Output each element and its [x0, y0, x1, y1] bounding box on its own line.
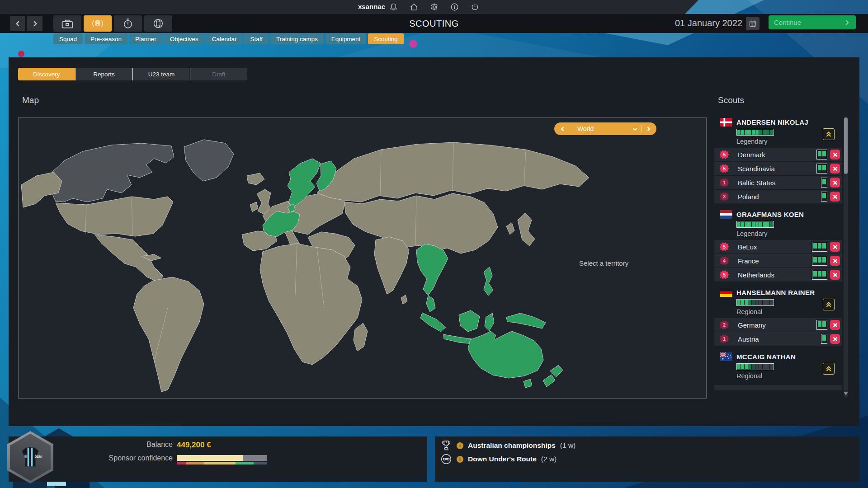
scout-intensity-icon: [816, 150, 827, 160]
map-panel: World Select a territory: [18, 117, 707, 399]
remove-territory-button[interactable]: [830, 320, 840, 330]
chevron-down-icon[interactable]: [632, 127, 637, 131]
scout-intensity-icon: [821, 192, 827, 202]
scrollbar-down-icon[interactable]: [844, 392, 848, 395]
sponsor-confidence-bar: [177, 455, 267, 461]
remove-territory-button[interactable]: [830, 270, 840, 280]
expand-scout-button[interactable]: [823, 128, 835, 140]
team-logo[interactable]: DSM: [7, 431, 53, 483]
scout-skill-meter: [736, 129, 774, 136]
remove-territory-button[interactable]: [830, 164, 840, 174]
decor-dot: [409, 40, 417, 48]
continue-button[interactable]: Continue: [769, 15, 856, 29]
scout-tier: Legendary: [736, 230, 842, 237]
territory-row: 5 Scandinavia: [714, 162, 842, 175]
module-stopwatch-button[interactable]: [114, 15, 142, 32]
australia-flag-icon: [720, 352, 732, 361]
module-globe-button[interactable]: [144, 15, 172, 32]
territory-level-badge: 2: [719, 320, 729, 330]
club-summary-panel: Balance 449,200 € Sponsor confidence: [9, 436, 427, 482]
territory-row: 5 Denmark: [714, 148, 842, 161]
scout-skill-meter: [736, 221, 774, 228]
subtab-reports[interactable]: Reports: [75, 68, 132, 80]
territory-prev-icon[interactable]: [560, 127, 565, 131]
territory-selector[interactable]: World: [554, 122, 656, 135]
current-date: 01 January 2022: [633, 18, 742, 28]
scout-name: ANDERSEN NIKOLAJ: [736, 118, 808, 126]
tab-planner[interactable]: Planner: [129, 33, 162, 44]
sub-tabs: DiscoveryReportsU23 teamDraft: [18, 68, 247, 80]
tab-objectives[interactable]: Objectives: [164, 33, 204, 44]
module-briefcase-button[interactable]: [53, 15, 81, 32]
expand-scout-button[interactable]: [823, 299, 835, 310]
subtab-u23-team[interactable]: U23 team: [132, 68, 190, 80]
info-icon[interactable]: i: [457, 442, 463, 449]
territory-hint: Select a territory: [579, 259, 688, 267]
remove-territory-button[interactable]: [830, 150, 840, 160]
territory-next-icon[interactable]: [646, 127, 651, 131]
tab-staff[interactable]: Staff: [244, 33, 269, 44]
chevron-right-icon: [844, 19, 850, 26]
calendar-button[interactable]: [746, 17, 760, 30]
territory-row-clipped: [714, 385, 842, 390]
app-window: xsannac SCOUTING 01 January 2022 Continu…: [0, 0, 868, 488]
scout-intensity-icon: [816, 320, 827, 330]
scout-skill-meter: [736, 299, 774, 306]
nav-bar: SCOUTING 01 January 2022 Continue: [0, 14, 868, 33]
remove-territory-button[interactable]: [830, 178, 840, 188]
remove-territory-button[interactable]: [830, 192, 840, 202]
subtab-discovery[interactable]: Discovery: [18, 68, 75, 80]
map-heading: Map: [22, 95, 39, 105]
power-icon[interactable]: [470, 2, 479, 11]
territory-name: Austria: [738, 335, 759, 343]
svg-text:DSM: DSM: [35, 455, 42, 458]
module-scout-button[interactable]: [84, 15, 112, 32]
territory-row: 5 Netherlands: [714, 268, 842, 282]
scout-name: HANSELMANN RAINER: [736, 289, 815, 296]
remove-territory-button[interactable]: [830, 242, 840, 252]
scrollbar-thumb[interactable]: [844, 117, 848, 174]
expand-scout-button[interactable]: [823, 363, 835, 375]
territory-level-badge: 5: [719, 270, 729, 280]
content-panel: DiscoveryReportsU23 teamDraft Map: [9, 57, 859, 426]
nav-modules: [53, 15, 172, 32]
subtab-draft: Draft: [190, 68, 247, 80]
scout-entry: MCCAIG NATHAN Regional: [714, 351, 842, 380]
event-duration: (1 w): [560, 441, 576, 450]
tab-training-camps[interactable]: Training camps: [270, 33, 324, 44]
territory-name: BeLux: [738, 243, 757, 251]
forward-button[interactable]: [27, 16, 42, 31]
info-icon[interactable]: [450, 2, 459, 11]
route-icon: [440, 453, 452, 465]
tab-pre-season[interactable]: Pre-season: [85, 33, 127, 44]
territory-row: 5 BeLux: [714, 240, 842, 253]
territory-name: Baltic States: [738, 179, 775, 187]
back-button[interactable]: [10, 16, 25, 31]
tab-scouting[interactable]: Scouting: [368, 33, 404, 44]
territory-level-badge: 3: [719, 192, 729, 202]
netherlands-flag-icon: [720, 210, 732, 219]
info-icon[interactable]: i: [457, 456, 463, 463]
territory-level-badge: 5: [719, 150, 729, 160]
tab-calendar[interactable]: Calendar: [206, 33, 243, 44]
balance-value: 449,200 €: [177, 441, 211, 450]
main-tabs: SquadPre-seasonPlannerObjectivesCalendar…: [53, 33, 404, 44]
scout-entry: ANDERSEN NIKOLAJ Legendary 5 Denmark 5 S…: [714, 117, 842, 203]
territory-name: Netherlands: [738, 271, 774, 279]
tab-equipment[interactable]: Equipment: [326, 33, 367, 44]
team-jersey: DSM: [15, 441, 46, 473]
world-map[interactable]: [19, 118, 706, 398]
remove-territory-button[interactable]: [830, 256, 840, 266]
remove-territory-button[interactable]: [830, 334, 840, 344]
username: xsannac: [335, 3, 385, 10]
gear-icon[interactable]: [429, 2, 439, 11]
divider: [642, 125, 642, 132]
bell-icon[interactable]: [389, 2, 398, 11]
event-row: 1 i Australian championships (1 w): [440, 439, 576, 452]
event-name: Down Under's Route: [468, 455, 537, 463]
scout-intensity-icon: [821, 178, 827, 188]
tab-squad[interactable]: Squad: [53, 33, 83, 44]
territory-row: 1 Baltic States: [714, 176, 842, 189]
scouts-list: ANDERSEN NIKOLAJ Legendary 5 Denmark 5 S…: [714, 117, 842, 399]
home-icon[interactable]: [409, 2, 418, 11]
